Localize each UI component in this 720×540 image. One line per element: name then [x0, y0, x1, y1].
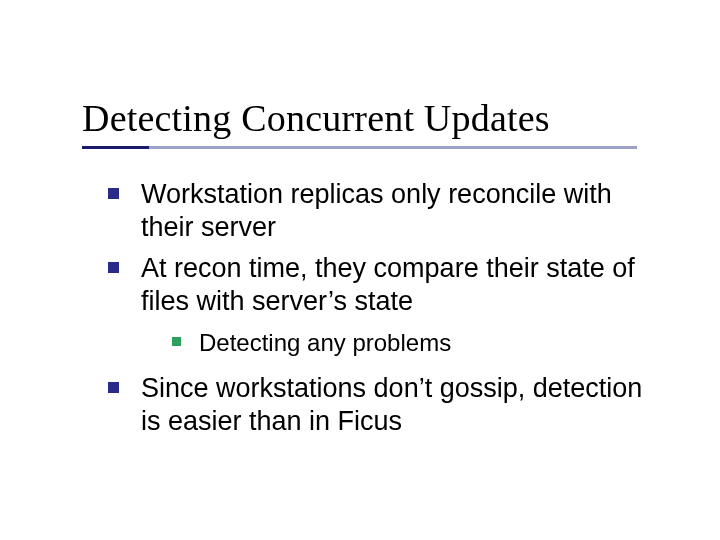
- bullet-item: Since workstations don’t gossip, detecti…: [108, 372, 658, 438]
- sub-bullet-group: Detecting any problems: [172, 328, 658, 358]
- bullet-item: Workstation replicas only reconcile with…: [108, 178, 658, 244]
- slide-body: Workstation replicas only reconcile with…: [108, 178, 658, 446]
- square-bullet-icon: [108, 382, 119, 393]
- slide: Detecting Concurrent Updates Workstation…: [0, 0, 720, 540]
- bullet-item: At recon time, they compare their state …: [108, 252, 658, 318]
- square-bullet-icon: [172, 337, 181, 346]
- square-bullet-icon: [108, 188, 119, 199]
- title-block: Detecting Concurrent Updates: [82, 96, 637, 149]
- sub-bullet-item: Detecting any problems: [172, 328, 658, 358]
- bullet-text: Workstation replicas only reconcile with…: [141, 178, 658, 244]
- square-bullet-icon: [108, 262, 119, 273]
- sub-bullet-text: Detecting any problems: [199, 328, 451, 358]
- bullet-text: Since workstations don’t gossip, detecti…: [141, 372, 658, 438]
- slide-title: Detecting Concurrent Updates: [82, 96, 637, 140]
- title-underline: [82, 146, 637, 149]
- bullet-text: At recon time, they compare their state …: [141, 252, 658, 318]
